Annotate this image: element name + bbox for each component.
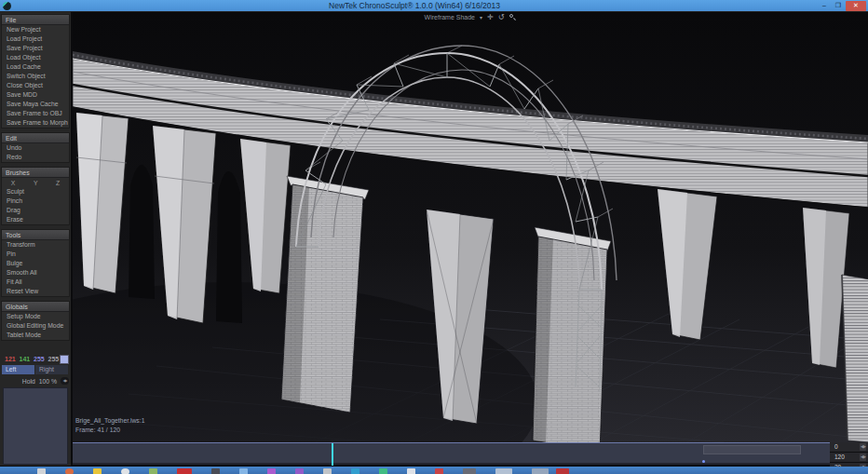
hold-stepper-icon[interactable]: ◀▶	[61, 377, 69, 385]
tools-section: Tools Transform Pin Bulge Smooth All Fit…	[1, 229, 70, 297]
taskbar-icon[interactable]	[295, 468, 304, 474]
taskbar-icon[interactable]	[121, 468, 129, 474]
taskbar-icon[interactable]	[323, 468, 332, 474]
viewport-3d[interactable]: Wireframe Shade ▾ ✛ ↺ Brige_All_Together…	[73, 12, 868, 442]
axis-y-button[interactable]: Y	[30, 180, 42, 186]
axis-x-button[interactable]: X	[7, 180, 20, 186]
timeline-key-dot[interactable]	[702, 460, 705, 463]
menu-item-transform[interactable]: Transform	[2, 240, 69, 250]
taskbar-icon[interactable]	[239, 468, 248, 474]
menu-item-tablet-mode[interactable]: Tablet Mode	[2, 331, 69, 340]
menu-item-load-cache[interactable]: Load Cache	[2, 62, 69, 72]
menu-item-save-project[interactable]: Save Project	[2, 44, 69, 53]
menu-item-pin[interactable]: Pin	[2, 250, 69, 259]
start-stepper-icon[interactable]: ◀▶	[860, 443, 866, 451]
viewport-toolbar: Wireframe Shade ▾ ✛ ↺	[73, 13, 868, 21]
menu-item-save-mdd[interactable]: Save MDD	[2, 90, 69, 100]
hold-label: Hold	[22, 378, 35, 385]
menu-item-pinch[interactable]: Pinch	[2, 196, 69, 206]
shade-mode-dropdown[interactable]: Wireframe Shade	[425, 14, 475, 20]
os-taskbar[interactable]	[0, 467, 868, 474]
timeline-end-row: 120 ◀▶	[830, 453, 868, 462]
zoom-icon[interactable]	[509, 13, 516, 21]
menu-item-save-maya-cache[interactable]: Save Maya Cache	[2, 100, 69, 109]
timeline-track[interactable]	[73, 442, 830, 465]
maximize-button[interactable]: ❐	[832, 1, 845, 11]
menu-item-close-object[interactable]: Close Object	[2, 81, 69, 90]
timeline-playhead[interactable]	[332, 443, 333, 466]
minimize-button[interactable]: –	[818, 1, 831, 11]
left-button-toggle[interactable]: Left	[2, 365, 34, 374]
taskbar-icon[interactable]	[351, 468, 359, 474]
menu-item-new-project[interactable]: New Project	[2, 25, 69, 34]
globals-section-header: Globals	[2, 302, 69, 312]
brush-color-values: 121 141 255 255	[2, 354, 69, 364]
menu-item-drag[interactable]: Drag	[2, 206, 69, 215]
window-titlebar: NewTek ChronoSculpt® 1.0.0 (Win64) 6/16/…	[0, 0, 868, 12]
menu-item-setup-mode[interactable]: Setup Mode	[2, 312, 69, 321]
bridge-wireframe-scene	[73, 12, 868, 442]
taskbar-icon[interactable]	[149, 468, 157, 474]
edit-section: Edit Undo Redo	[1, 132, 70, 163]
rotate-icon[interactable]: ↺	[498, 13, 505, 21]
taskbar-icon[interactable]	[211, 468, 220, 474]
taskbar-icon[interactable]	[65, 468, 74, 474]
menu-item-erase[interactable]: Erase	[2, 215, 69, 224]
scene-frame-label: Frame: 41 / 120	[75, 427, 120, 433]
chevron-down-icon[interactable]: ▾	[480, 14, 482, 20]
taskbar-icon[interactable]	[556, 468, 569, 474]
scene-object-label: Brige_All_Together.lws:1	[75, 417, 144, 424]
timeline-clip-bar[interactable]	[703, 445, 801, 454]
left-tool-panel: File New Project Load Project Save Proje…	[0, 12, 71, 466]
menu-item-save-frame-to-obj[interactable]: Save Frame to OBJ	[2, 109, 69, 118]
hold-strength-row: Hold 100 % ◀▶	[2, 376, 69, 386]
menu-item-load-project[interactable]: Load Project	[2, 34, 69, 44]
menu-item-bulge[interactable]: Bulge	[2, 259, 69, 268]
brushes-section-header: Brushes	[2, 168, 69, 178]
taskbar-icon[interactable]	[267, 468, 276, 474]
taskbar-icon[interactable]	[407, 468, 415, 474]
file-section-header: File	[2, 15, 69, 25]
menu-item-fit-all[interactable]: Fit All	[2, 278, 69, 287]
timeline-end-value[interactable]: 120	[834, 453, 845, 462]
right-button-toggle[interactable]: Right	[35, 365, 68, 374]
taskbar-icon[interactable]	[93, 468, 102, 474]
tools-section-header: Tools	[2, 230, 69, 240]
color-swatch[interactable]	[60, 355, 69, 364]
taskbar-icon[interactable]	[37, 468, 46, 474]
menu-item-reset-view[interactable]: Reset View	[2, 287, 69, 296]
menu-item-switch-object[interactable]: Switch Object	[2, 72, 69, 81]
move-icon[interactable]: ✛	[487, 13, 494, 21]
taskbar-icon[interactable]	[463, 468, 476, 474]
edit-section-header: Edit	[2, 133, 69, 143]
menu-item-load-object[interactable]: Load Object	[2, 53, 69, 62]
window-title: NewTek ChronoSculpt® 1.0.0 (Win64) 6/16/…	[11, 0, 818, 12]
taskbar-icon[interactable]	[177, 468, 192, 474]
menu-item-save-frame-to-morph[interactable]: Save Frame to Morph	[2, 118, 69, 128]
taskbar-icon[interactable]	[532, 468, 549, 474]
menu-item-sculpt[interactable]: Sculpt	[2, 187, 69, 196]
color-value-alpha[interactable]: 255	[46, 356, 61, 362]
color-value-green[interactable]: 141	[17, 356, 32, 362]
close-button[interactable]: ✕	[846, 1, 866, 11]
chronosculpt-app-icon[interactable]	[3, 2, 11, 10]
end-stepper-icon[interactable]: ◀▶	[860, 454, 866, 461]
timeline-start-value[interactable]: 0	[834, 442, 838, 452]
taskbar-icon[interactable]	[495, 468, 512, 474]
color-value-blue[interactable]: 255	[31, 356, 46, 362]
menu-item-smooth-all[interactable]: Smooth All	[2, 268, 69, 278]
taskbar-icon[interactable]	[435, 468, 443, 474]
taskbar-icon[interactable]	[379, 468, 387, 474]
brushes-section: Brushes X Y Z Sculpt Pinch Drag Erase	[1, 167, 70, 225]
menu-item-global-editing-mode[interactable]: Global Editing Mode	[2, 321, 69, 331]
axis-z-button[interactable]: Z	[52, 180, 63, 186]
globals-section: Globals Setup Mode Global Editing Mode T…	[1, 301, 70, 341]
menu-item-redo[interactable]: Redo	[2, 153, 69, 162]
menu-item-undo[interactable]: Undo	[2, 143, 69, 153]
axis-toggle-row: X Y Z	[2, 178, 69, 187]
file-section: File New Project Load Project Save Proje…	[1, 14, 70, 129]
timeline-start-row: 0 ◀▶	[830, 442, 868, 452]
color-value-red[interactable]: 121	[2, 356, 17, 362]
hold-value[interactable]: 100 %	[39, 378, 57, 385]
falloff-curve-panel[interactable]	[3, 387, 68, 465]
